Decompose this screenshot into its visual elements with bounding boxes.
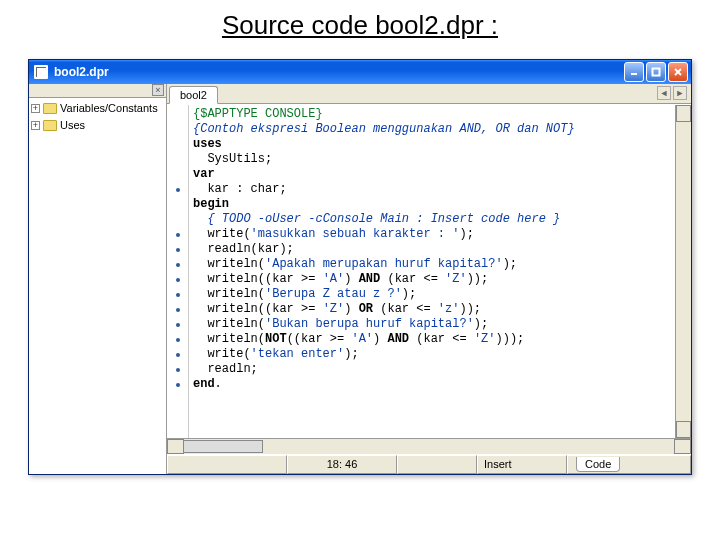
- executable-marker-icon: [176, 323, 180, 327]
- executable-marker-icon: [176, 308, 180, 312]
- status-blank2: [397, 455, 477, 474]
- cursor-position: 18: 46: [287, 455, 397, 474]
- code-line[interactable]: writeln((kar >= 'A') AND (kar <= 'Z'));: [193, 272, 671, 287]
- code-line[interactable]: { TODO -oUser -cConsole Main : Insert co…: [193, 212, 671, 227]
- executable-marker-icon: [176, 248, 180, 252]
- gutter-row[interactable]: [167, 137, 188, 152]
- gutter-row[interactable]: [167, 302, 188, 317]
- executable-marker-icon: [176, 383, 180, 387]
- window-title: bool2.dpr: [54, 65, 624, 79]
- gutter-row[interactable]: [167, 122, 188, 137]
- gutter-row[interactable]: [167, 227, 188, 242]
- gutter-row[interactable]: [167, 197, 188, 212]
- code-line[interactable]: readln;: [193, 362, 671, 377]
- status-bar: 18: 46 Insert Code: [167, 454, 691, 474]
- code-line[interactable]: {Contoh ekspresi Boolean menggunakan AND…: [193, 122, 671, 137]
- tree-items: +Variables/Constants+Uses: [29, 98, 166, 136]
- ide-window: bool2.dpr × +Variables/Constants+Uses bo…: [28, 59, 692, 475]
- tree-item[interactable]: +Uses: [31, 117, 164, 133]
- code-line[interactable]: writeln('Apakah merupakan huruf kapital?…: [193, 257, 671, 272]
- executable-marker-icon: [176, 233, 180, 237]
- status-tabs: Code: [567, 455, 691, 474]
- file-icon: [34, 65, 48, 79]
- executable-marker-icon: [176, 368, 180, 372]
- gutter-row[interactable]: [167, 377, 188, 392]
- code-area[interactable]: {$APPTYPE CONSOLE}{Contoh ekspresi Boole…: [189, 105, 675, 438]
- editor-tabs: bool2 ◄ ►: [167, 84, 691, 104]
- nav-forward-button[interactable]: ►: [673, 86, 687, 100]
- gutter-row[interactable]: [167, 317, 188, 332]
- vertical-scrollbar[interactable]: [675, 105, 691, 438]
- executable-marker-icon: [176, 278, 180, 282]
- gutter-row[interactable]: [167, 257, 188, 272]
- code-line[interactable]: writeln('Bukan berupa huruf kapital?');: [193, 317, 671, 332]
- gutter: [167, 105, 189, 438]
- expand-icon[interactable]: +: [31, 104, 40, 113]
- close-button[interactable]: [668, 62, 688, 82]
- code-line[interactable]: end.: [193, 377, 671, 392]
- code-line[interactable]: {$APPTYPE CONSOLE}: [193, 107, 671, 122]
- gutter-row[interactable]: [167, 152, 188, 167]
- maximize-button[interactable]: [646, 62, 666, 82]
- gutter-row[interactable]: [167, 332, 188, 347]
- gutter-row[interactable]: [167, 272, 188, 287]
- gutter-row[interactable]: [167, 287, 188, 302]
- executable-marker-icon: [176, 293, 180, 297]
- tree-item[interactable]: +Variables/Constants: [31, 100, 164, 116]
- gutter-row[interactable]: [167, 182, 188, 197]
- gutter-row[interactable]: [167, 212, 188, 227]
- tree-label: Uses: [60, 119, 85, 131]
- gutter-row[interactable]: [167, 347, 188, 362]
- folder-icon: [43, 120, 57, 131]
- gutter-row[interactable]: [167, 362, 188, 377]
- editor-panel: bool2 ◄ ► {$APPTYPE CONSOLE}{Contoh eksp…: [167, 84, 691, 474]
- horizontal-scrollbar[interactable]: [167, 438, 691, 454]
- code-line[interactable]: writeln((kar >= 'Z') OR (kar <= 'z'));: [193, 302, 671, 317]
- executable-marker-icon: [176, 338, 180, 342]
- code-line[interactable]: var: [193, 167, 671, 182]
- editor-tab[interactable]: bool2: [169, 86, 218, 104]
- code-line[interactable]: write('tekan enter');: [193, 347, 671, 362]
- code-line[interactable]: readln(kar);: [193, 242, 671, 257]
- expand-icon[interactable]: +: [31, 121, 40, 130]
- minimize-button[interactable]: [624, 62, 644, 82]
- scrollbar-thumb[interactable]: [183, 440, 263, 453]
- code-line[interactable]: kar : char;: [193, 182, 671, 197]
- gutter-row[interactable]: [167, 242, 188, 257]
- executable-marker-icon: [176, 263, 180, 267]
- tree-label: Variables/Constants: [60, 102, 158, 114]
- code-line[interactable]: uses: [193, 137, 671, 152]
- insert-mode: Insert: [477, 455, 567, 474]
- gutter-row[interactable]: [167, 107, 188, 122]
- view-code-tab[interactable]: Code: [576, 457, 620, 472]
- page-title: Source code bool2.dpr :: [0, 10, 720, 41]
- gutter-row[interactable]: [167, 167, 188, 182]
- executable-marker-icon: [176, 188, 180, 192]
- svg-rect-1: [653, 69, 660, 76]
- titlebar[interactable]: bool2.dpr: [29, 60, 691, 84]
- code-line[interactable]: SysUtils;: [193, 152, 671, 167]
- code-line[interactable]: writeln(NOT((kar >= 'A') AND (kar <= 'Z'…: [193, 332, 671, 347]
- code-line[interactable]: write('masukkan sebuah karakter : ');: [193, 227, 671, 242]
- code-line[interactable]: writeln('Berupa Z atau z ?');: [193, 287, 671, 302]
- nav-back-button[interactable]: ◄: [657, 86, 671, 100]
- status-blank1: [167, 455, 287, 474]
- code-line[interactable]: begin: [193, 197, 671, 212]
- folder-icon: [43, 103, 57, 114]
- panel-close-button[interactable]: ×: [152, 84, 164, 96]
- code-explorer-panel: × +Variables/Constants+Uses: [29, 84, 167, 474]
- executable-marker-icon: [176, 353, 180, 357]
